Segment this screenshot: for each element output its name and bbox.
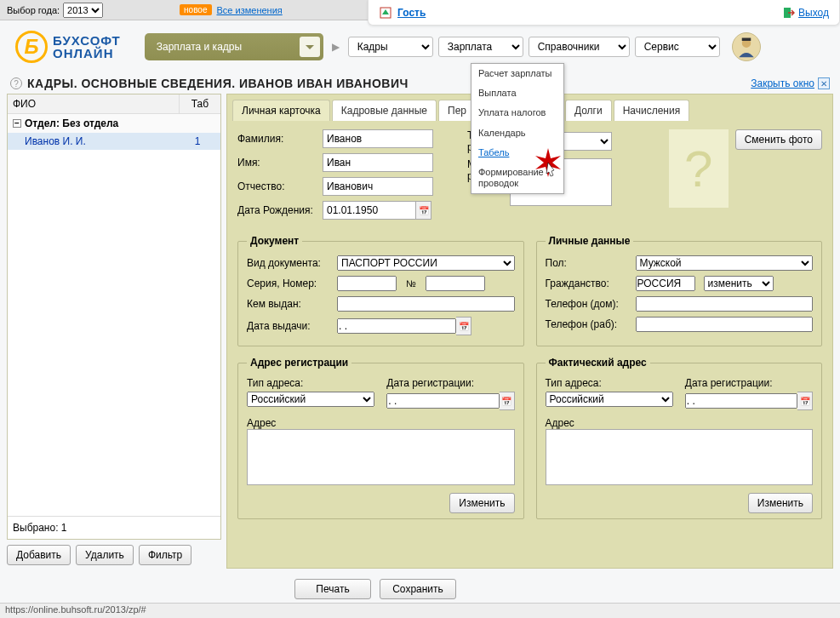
delete-button[interactable]: Удалить — [76, 545, 134, 565]
header-row: БУХСОФТ ОНЛАЙН Зарплата и кадры ▶ Кадры … — [0, 20, 840, 73]
list-item-name: Иванов И. И. — [13, 135, 180, 147]
citizen-change-select[interactable]: изменить — [704, 276, 774, 291]
logout-icon — [783, 7, 795, 19]
page-title-row: ? КАДРЫ. ОСНОВНЫЕ СВЕДЕНИЯ. ИВАНОВ ИВАН … — [0, 73, 840, 94]
breadcrumb-arrow-icon: ▶ — [332, 41, 340, 53]
firstname-label: Имя: — [237, 157, 323, 169]
doctype-select[interactable]: ПАСПОРТ РОССИИ — [337, 255, 515, 271]
factaddr-date-label: Дата регистрации: — [685, 377, 813, 389]
guest-link[interactable]: Гость — [397, 7, 426, 19]
birthdate-label: Дата Рождения: — [237, 204, 323, 216]
print-button[interactable]: Печать — [294, 579, 371, 599]
logo-line2: ОНЛАЙН — [53, 47, 121, 60]
nav-kadry-select[interactable]: Кадры — [348, 37, 433, 57]
patronymic-label: Отчество: — [237, 180, 323, 192]
firstname-input[interactable] — [323, 153, 433, 172]
regaddr-textarea[interactable] — [247, 429, 515, 485]
lastname-label: Фамилия: — [237, 133, 323, 145]
sidebar-footer: Выбрано: 1 — [8, 516, 220, 539]
patronymic-input[interactable] — [323, 177, 433, 196]
col-tab[interactable]: Таб — [180, 94, 220, 113]
add-button[interactable]: Добавить — [7, 545, 71, 565]
factaddr-type-select[interactable]: Российский — [546, 392, 673, 407]
collapse-icon[interactable]: − — [13, 119, 21, 128]
tab-accruals[interactable]: Начисления — [614, 100, 690, 121]
lastname-input[interactable] — [323, 129, 433, 148]
guest-icon — [379, 6, 392, 20]
phonehome-input[interactable] — [636, 296, 814, 312]
tab-kadr-data[interactable]: Кадровые данные — [332, 100, 437, 121]
menu-raschet[interactable]: Расчет зарплаты — [471, 64, 563, 83]
close-icon[interactable]: ✕ — [818, 77, 830, 89]
regaddr-type-label: Тип адреса: — [247, 377, 374, 389]
regaddr-addr-label: Адрес — [247, 417, 515, 429]
menu-kalendar[interactable]: Календарь — [471, 123, 563, 143]
sidebar-wrap: ФИО Таб − Отдел: Без отдела Иванов И. И.… — [7, 94, 221, 569]
calendar-icon[interactable]: 📅 — [456, 317, 471, 335]
factaddr-textarea[interactable] — [546, 429, 814, 485]
menu-provodki[interactable]: Формирование проводок — [471, 163, 563, 193]
citizen-label: Гражданство: — [546, 278, 631, 289]
personal-legend: Личные данные — [546, 235, 634, 247]
phonework-label: Телефон (раб): — [546, 318, 631, 330]
logo-line1: БУХСОФТ — [53, 34, 121, 47]
calendar-icon[interactable]: 📅 — [500, 392, 515, 410]
issuedate-input[interactable] — [337, 318, 456, 334]
number-symbol: № — [402, 278, 420, 289]
doctype-label: Вид документа: — [247, 257, 332, 269]
nav-spravochniki-select[interactable]: Справочники — [529, 37, 630, 57]
series-label: Серия, Номер: — [247, 278, 332, 289]
factaddr-date-input[interactable] — [685, 393, 797, 409]
list-item-tab: 1 — [180, 135, 215, 147]
issued-input[interactable] — [337, 296, 515, 312]
calendar-icon[interactable]: 📅 — [797, 392, 813, 410]
module-dropdown-label: Зарплата и кадры — [157, 41, 242, 53]
menu-vyplata[interactable]: Выплата — [471, 83, 563, 103]
chevron-down-icon[interactable] — [300, 37, 320, 57]
nav-selects: Кадры Зарплата Справочники Сервис — [348, 37, 720, 57]
sidebar-group[interactable]: − Отдел: Без отдела — [8, 114, 220, 133]
close-window-link[interactable]: Закрыть окно — [751, 77, 814, 89]
list-item[interactable]: Иванов И. И. 1 — [8, 133, 220, 150]
logout-wrap: Выход — [783, 7, 829, 19]
logout-link[interactable]: Выход — [798, 7, 829, 19]
sidebar-body: − Отдел: Без отдела Иванов И. И. 1 — [8, 114, 220, 516]
help-icon[interactable]: ? — [10, 77, 22, 89]
question-icon: ? — [684, 140, 712, 198]
regaddr-type-select[interactable]: Российский — [247, 392, 374, 407]
badge-new: новое — [180, 4, 211, 15]
menu-uplata[interactable]: Уплата налогов — [471, 103, 563, 123]
docnumber-input[interactable] — [426, 276, 485, 291]
regaddr-date-input[interactable] — [386, 393, 499, 409]
regaddr-date-label: Дата регистрации: — [386, 377, 514, 389]
zarplata-dropdown-menu: Расчет зарплаты Выплата Уплата налогов К… — [471, 63, 564, 194]
citizen-input[interactable] — [636, 276, 695, 291]
module-dropdown[interactable]: Зарплата и кадры — [145, 33, 323, 60]
calendar-icon[interactable]: 📅 — [416, 201, 431, 220]
nav-service-select[interactable]: Сервис — [635, 37, 720, 57]
document-legend: Документ — [247, 235, 302, 247]
tab-debts[interactable]: Долги — [565, 100, 612, 121]
filter-button[interactable]: Фильтр — [139, 545, 191, 565]
sex-select[interactable]: Мужской — [636, 255, 814, 271]
photo-placeholder: ? — [669, 129, 729, 208]
birthdate-input[interactable] — [323, 201, 416, 220]
year-label: Выбор года: — [7, 5, 60, 15]
col-fio[interactable]: ФИО — [8, 94, 180, 113]
change-photo-button[interactable]: Сменить фото — [735, 129, 822, 150]
save-button[interactable]: Сохранить — [380, 579, 456, 599]
factaddr-fieldset: Фактический адрес Тип адреса: Российский… — [536, 357, 823, 519]
year-select[interactable]: 2013 — [63, 3, 103, 18]
regaddr-change-button[interactable]: Изменить — [449, 493, 514, 513]
nav-zarplata-select[interactable]: Зарплата — [438, 37, 523, 57]
phonework-input[interactable] — [636, 317, 814, 332]
phonehome-label: Телефон (дом): — [546, 298, 631, 310]
tab-personal-card[interactable]: Личная карточка — [232, 100, 330, 121]
menu-tabel[interactable]: Табель — [471, 143, 563, 163]
status-bar: https://online.buhsoft.ru/2013/zp/# — [0, 603, 840, 618]
series-input[interactable] — [337, 276, 397, 291]
factaddr-change-button[interactable]: Изменить — [748, 493, 813, 513]
personal-fieldset: Личные данные Пол:Мужской Гражданство:из… — [536, 235, 823, 346]
all-changes-link[interactable]: Все изменения — [217, 5, 283, 15]
avatar[interactable] — [732, 32, 761, 61]
